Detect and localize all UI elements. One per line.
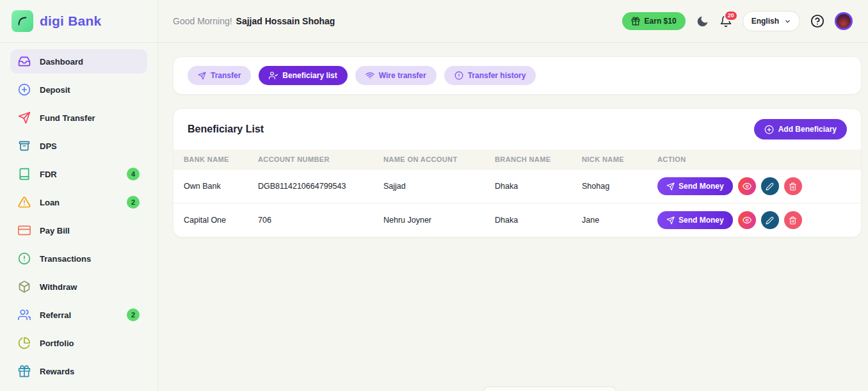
edit-beneficiary-button[interactable] — [761, 177, 779, 195]
column-header-bank-name: Bank Name — [173, 150, 248, 170]
main-content: Transfer Beneficiary list Wire transfer … — [158, 43, 868, 391]
column-header-branch-name: Branch Name — [485, 150, 572, 170]
tab-label: Wire transfer — [379, 71, 426, 80]
loan-count-badge: 2 — [127, 196, 140, 209]
avatar[interactable] — [835, 12, 853, 30]
pencil-icon — [766, 216, 774, 225]
plus-circle-icon — [764, 125, 774, 134]
sidebar-item-portfolio[interactable]: Portfolio — [10, 331, 147, 355]
top-header: Good Morning! Sajjad Hossain Shohag Earn… — [158, 0, 868, 43]
delete-beneficiary-button[interactable] — [784, 211, 802, 229]
add-beneficiary-label: Add Beneficiary — [778, 125, 837, 134]
cell-name-on-account: Sajjad — [373, 170, 485, 203]
sidebar-item-transactions[interactable]: Transactions — [10, 246, 147, 271]
language-selector[interactable]: English — [743, 11, 800, 31]
cell-bank-name: Capital One — [173, 203, 248, 237]
sidebar-item-pay-bill[interactable]: Pay Bill — [10, 218, 147, 243]
table-row: Own Bank DGB8114210664799543 Sajjad Dhak… — [173, 170, 861, 203]
column-header-name-on-account: Name On Account — [373, 150, 485, 170]
sidebar: digi Bank Dashboard Deposit Fund Transfe… — [0, 0, 158, 391]
sidebar-item-label: Transactions — [40, 254, 91, 264]
notification-count-badge: 20 — [724, 10, 738, 21]
sidebar-item-referral[interactable]: Referral 2 — [10, 303, 147, 327]
dark-mode-toggle[interactable] — [696, 15, 709, 28]
send-icon — [666, 182, 675, 191]
eye-icon — [743, 182, 751, 191]
cell-actions: Send Money — [647, 170, 861, 203]
sidebar-item-fdr[interactable]: FDR 4 — [10, 162, 147, 186]
tab-wire-transfer[interactable]: Wire transfer — [355, 66, 437, 85]
cell-account-number: DGB8114210664799543 — [248, 170, 373, 203]
delete-beneficiary-button[interactable] — [784, 177, 802, 195]
send-icon — [666, 216, 675, 225]
sidebar-item-deposit[interactable]: Deposit — [10, 77, 147, 102]
sidebar-nav: Dashboard Deposit Fund Transfer DPS FDR — [0, 43, 157, 383]
wifi-icon — [366, 71, 374, 80]
column-header-nick-name: Nick Name — [572, 150, 647, 170]
send-money-button[interactable]: Send Money — [657, 211, 733, 229]
horizontal-scrollbar[interactable] — [483, 387, 616, 391]
sidebar-item-loan[interactable]: Loan 2 — [10, 190, 147, 214]
sidebar-item-dashboard[interactable]: Dashboard — [10, 49, 147, 74]
user-name: Sajjad Hossain Shohag — [236, 16, 335, 26]
sidebar-item-label: DPS — [40, 141, 57, 151]
tab-label: Transfer — [211, 71, 241, 80]
alert-triangle-icon — [18, 196, 31, 209]
cell-branch-name: Dhaka — [485, 203, 572, 237]
help-button[interactable] — [810, 14, 824, 28]
sidebar-item-fund-transfer[interactable]: Fund Transfer — [10, 106, 147, 130]
users-icon — [18, 308, 31, 321]
history-icon — [454, 71, 463, 80]
sidebar-item-label: Dashboard — [40, 57, 83, 67]
fdr-count-badge: 4 — [127, 168, 140, 180]
sidebar-item-label: Portfolio — [40, 339, 74, 348]
cell-branch-name: Dhaka — [485, 170, 572, 203]
plus-circle-icon — [18, 83, 31, 96]
brand-logo[interactable]: digi Bank — [0, 0, 157, 43]
moon-icon — [696, 15, 709, 28]
table-row: Capital One 706 Nehru Joyner Dhaka Jane … — [173, 203, 861, 237]
brand-name: digi Bank — [40, 13, 101, 29]
view-beneficiary-button[interactable] — [738, 211, 756, 229]
cube-icon — [18, 280, 31, 293]
alert-circle-icon — [18, 252, 31, 265]
sidebar-item-label: Loan — [40, 198, 60, 207]
help-icon — [810, 14, 824, 28]
send-money-button[interactable]: Send Money — [657, 177, 733, 195]
earn-money-label: Earn $10 — [645, 17, 677, 26]
greeting-text: Good Morning! — [173, 16, 232, 26]
earn-money-button[interactable]: Earn $10 — [622, 12, 686, 30]
sidebar-item-label: Pay Bill — [40, 226, 70, 235]
trash-icon — [789, 216, 797, 225]
tab-transfer-history[interactable]: Transfer history — [444, 66, 536, 85]
tab-beneficiary-list[interactable]: Beneficiary list — [259, 66, 347, 85]
sidebar-item-label: Rewards — [40, 367, 74, 376]
eye-icon — [743, 216, 751, 225]
user-check-icon — [269, 71, 278, 80]
inbox-icon — [18, 55, 31, 68]
brand-logo-icon — [12, 10, 33, 32]
book-icon — [18, 168, 31, 180]
transfer-tabs-card: Transfer Beneficiary list Wire transfer … — [173, 56, 862, 95]
tab-label: Transfer history — [468, 71, 526, 80]
column-header-account-number: Account Number — [248, 150, 373, 170]
sidebar-item-rewards[interactable]: Rewards — [10, 359, 147, 383]
tab-transfer[interactable]: Transfer — [188, 66, 251, 85]
add-beneficiary-button[interactable]: Add Beneficiary — [754, 119, 847, 140]
view-beneficiary-button[interactable] — [738, 177, 756, 195]
sidebar-item-label: FDR — [40, 170, 57, 179]
sidebar-item-dps[interactable]: DPS — [10, 134, 147, 158]
column-header-action: Action — [647, 150, 861, 170]
beneficiary-list-header: Beneficiary List Add Beneficiary — [173, 109, 861, 150]
page-title: Beneficiary List — [188, 124, 264, 135]
cell-bank-name: Own Bank — [173, 170, 248, 203]
table-header-row: Bank Name Account Number Name On Account… — [173, 150, 861, 170]
cell-nick-name: Jane — [572, 203, 647, 237]
notifications-button[interactable]: 20 — [719, 15, 732, 28]
sidebar-item-label: Withdraw — [40, 282, 77, 292]
edit-beneficiary-button[interactable] — [761, 211, 779, 229]
credit-card-icon — [18, 224, 31, 237]
sidebar-item-withdraw[interactable]: Withdraw — [10, 275, 147, 299]
sidebar-item-label: Fund Transfer — [40, 113, 95, 123]
send-icon — [18, 111, 31, 124]
